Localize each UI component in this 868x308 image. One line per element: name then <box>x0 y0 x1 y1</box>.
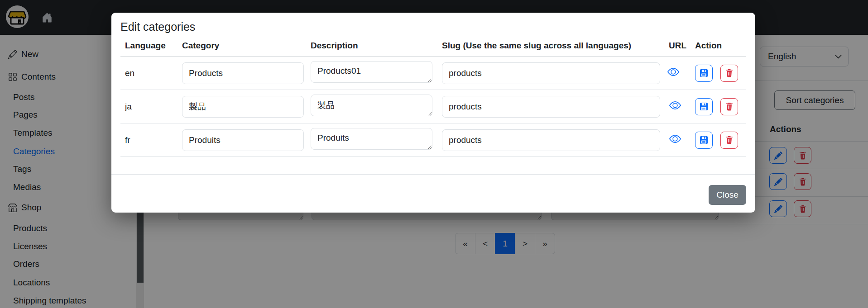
delete-category-button[interactable] <box>720 65 738 82</box>
save-icon <box>700 136 708 144</box>
slug-input[interactable] <box>442 129 660 151</box>
view-url-eye-icon[interactable] <box>669 100 681 111</box>
description-textarea[interactable]: 製品 <box>311 95 432 116</box>
table-row: en Products01 <box>120 57 746 90</box>
save-category-button[interactable] <box>695 98 713 115</box>
col-header-action: Action <box>691 37 746 57</box>
col-header-slug: Slug (Use the same slug across all langu… <box>439 37 664 57</box>
col-header-category: Category <box>179 37 308 57</box>
trash-icon <box>725 69 734 77</box>
slug-input[interactable] <box>442 96 660 118</box>
save-category-button[interactable] <box>695 132 713 149</box>
save-icon <box>700 102 708 111</box>
category-input[interactable] <box>182 96 304 118</box>
category-input[interactable] <box>182 62 304 84</box>
slug-input[interactable] <box>442 62 660 84</box>
trash-icon <box>725 102 734 111</box>
language-code: ja <box>120 90 179 123</box>
delete-category-button[interactable] <box>720 98 738 115</box>
col-header-url: URL <box>664 37 691 57</box>
edit-categories-modal: Edit categories Language Category Descri… <box>111 13 755 213</box>
modal-title: Edit categories <box>111 13 755 37</box>
col-header-description: Description <box>308 37 439 57</box>
close-button[interactable]: Close <box>709 185 746 205</box>
edit-categories-table: Language Category Description Slug (Use … <box>120 37 746 157</box>
save-icon <box>700 69 708 77</box>
save-category-button[interactable] <box>695 65 713 82</box>
description-textarea[interactable]: Produits <box>311 128 432 150</box>
view-url-eye-icon[interactable] <box>669 133 681 145</box>
modal-footer: Close <box>111 174 755 213</box>
language-code: fr <box>120 123 179 157</box>
delete-category-button[interactable] <box>720 132 738 149</box>
category-input[interactable] <box>182 129 304 151</box>
table-row: ja 製品 <box>120 90 746 123</box>
view-url-eye-icon[interactable] <box>667 66 680 78</box>
trash-icon <box>725 136 734 144</box>
language-code: en <box>120 57 179 90</box>
description-textarea[interactable]: Products01 <box>311 61 432 83</box>
table-row: fr Produits <box>120 123 746 157</box>
col-header-language: Language <box>120 37 179 57</box>
